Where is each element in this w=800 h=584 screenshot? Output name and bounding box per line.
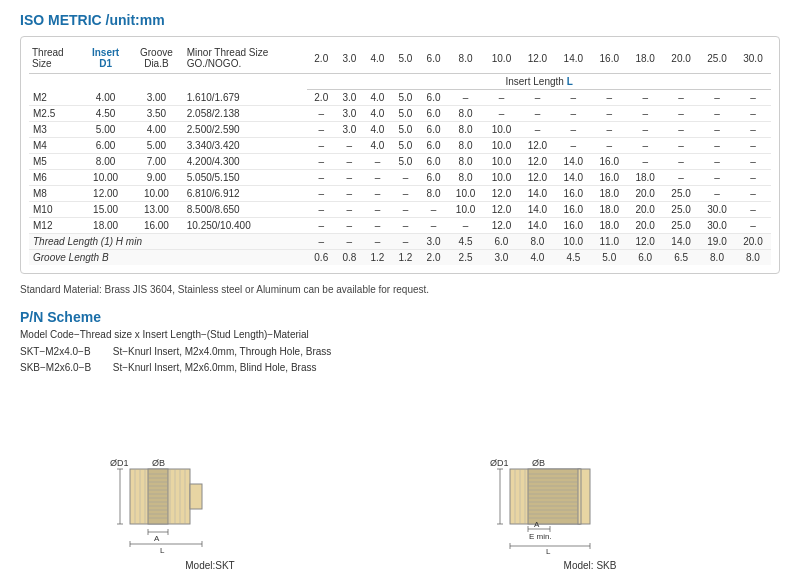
diagram-skt: ØD1 ØB <box>100 394 320 571</box>
minor-thread-cell: 2.058/2.138 <box>184 106 307 122</box>
length-val-cell: – <box>363 186 391 202</box>
thread-size-cell: M10 <box>29 202 82 218</box>
length-val-cell: – <box>663 170 699 186</box>
length-val-cell: 8.0 <box>448 154 484 170</box>
length-val-cell: 4.0 <box>363 122 391 138</box>
length-val-cell: 4.0 <box>519 250 555 266</box>
length-val-cell: 5.0 <box>391 138 419 154</box>
length-val-cell: – <box>307 170 335 186</box>
length-val-cell: – <box>735 90 771 106</box>
length-val-cell: 12.0 <box>627 234 663 250</box>
diagram-skb: ØD1 ØB <box>480 394 700 571</box>
length-val-cell: – <box>699 138 735 154</box>
length-val-cell: 5.0 <box>391 122 419 138</box>
length-val-cell: 8.0 <box>448 106 484 122</box>
length-val-cell: – <box>735 138 771 154</box>
length-val-cell: 10.0 <box>448 186 484 202</box>
groove-dia-cell: 5.00 <box>129 138 184 154</box>
length-val-cell: 4.5 <box>448 234 484 250</box>
skt-label: Model:SKT <box>185 560 234 571</box>
length-val-cell: – <box>735 106 771 122</box>
length-val-cell: 30.0 <box>699 202 735 218</box>
col-len-4: 4.0 <box>363 45 391 74</box>
thread-size-cell: M6 <box>29 170 82 186</box>
skt-label-ob: ØB <box>152 458 165 468</box>
length-val-cell: – <box>699 170 735 186</box>
length-val-cell: 8.0 <box>448 170 484 186</box>
length-val-cell: 10.0 <box>484 122 520 138</box>
length-val-cell: – <box>335 154 363 170</box>
pn-scheme-desc: Model Code−Thread size x Insert Length−(… <box>20 329 780 340</box>
col-len-5: 5.0 <box>391 45 419 74</box>
length-val-cell: 3.0 <box>335 106 363 122</box>
length-val-cell: – <box>363 154 391 170</box>
insert-d1-cell: 6.00 <box>82 138 129 154</box>
length-val-cell: – <box>627 90 663 106</box>
length-val-cell: – <box>627 106 663 122</box>
length-val-cell: – <box>335 186 363 202</box>
length-val-cell: 16.0 <box>555 202 591 218</box>
col-len-14: 14.0 <box>555 45 591 74</box>
length-val-cell: 6.0 <box>420 90 448 106</box>
length-val-cell: 6.0 <box>420 106 448 122</box>
thread-size-cell: M2.5 <box>29 106 82 122</box>
minor-thread-cell: 1.610/1.679 <box>184 90 307 106</box>
minor-thread-cell: 2.500/2.590 <box>184 122 307 138</box>
length-val-cell: 25.0 <box>663 202 699 218</box>
length-val-cell: – <box>420 218 448 234</box>
length-val-cell: 14.0 <box>519 218 555 234</box>
length-val-cell: – <box>335 138 363 154</box>
col-len-3: 3.0 <box>335 45 363 74</box>
length-val-cell: – <box>663 90 699 106</box>
length-val-cell: 6.0 <box>484 234 520 250</box>
length-val-cell: – <box>420 202 448 218</box>
length-val-cell: 10.0 <box>555 234 591 250</box>
length-val-cell: – <box>335 170 363 186</box>
length-val-cell: 20.0 <box>627 202 663 218</box>
length-val-cell: – <box>335 218 363 234</box>
thread-size-cell: M4 <box>29 138 82 154</box>
length-val-cell: – <box>663 106 699 122</box>
insert-d1-cell: 4.00 <box>82 90 129 106</box>
length-val-cell: – <box>307 106 335 122</box>
length-val-cell: 14.0 <box>519 202 555 218</box>
length-val-cell: – <box>699 90 735 106</box>
pn-desc-1: St−Knurl Insert, M2x4.0mm, Through Hole,… <box>113 346 332 357</box>
length-val-cell: 0.8 <box>335 250 363 266</box>
skb-label-ob: ØB <box>532 458 545 468</box>
length-val-cell: – <box>735 202 771 218</box>
length-val-cell: – <box>735 170 771 186</box>
skt-svg: ØD1 ØB <box>100 394 320 554</box>
length-val-cell: – <box>591 106 627 122</box>
thread-size-cell: M5 <box>29 154 82 170</box>
length-val-cell: 4.0 <box>363 90 391 106</box>
length-val-cell: 10.0 <box>484 138 520 154</box>
length-val-cell: 18.0 <box>591 186 627 202</box>
length-val-cell: – <box>307 202 335 218</box>
length-val-cell: 3.0 <box>335 122 363 138</box>
length-val-cell: 16.0 <box>591 170 627 186</box>
length-val-cell: 14.0 <box>519 186 555 202</box>
length-val-cell: 12.0 <box>484 202 520 218</box>
length-val-cell: 8.0 <box>448 138 484 154</box>
length-val-cell: – <box>555 90 591 106</box>
length-val-cell: 16.0 <box>555 186 591 202</box>
length-val-cell: – <box>363 234 391 250</box>
length-val-cell: – <box>391 186 419 202</box>
col-groove-dia: GrooveDia.B <box>129 45 184 74</box>
length-val-cell: 6.5 <box>663 250 699 266</box>
pn-code-2: SKB−M2x6.0−B <box>20 360 110 376</box>
groove-dia-cell: 3.00 <box>129 90 184 106</box>
pn-example-1: SKT−M2x4.0−B St−Knurl Insert, M2x4.0mm, … <box>20 344 780 360</box>
col-insert-d1: InsertD1 <box>82 45 129 74</box>
length-val-cell: – <box>735 122 771 138</box>
length-val-cell: – <box>699 122 735 138</box>
length-val-cell: 18.0 <box>591 202 627 218</box>
col-len-2: 2.0 <box>307 45 335 74</box>
skt-dim-a-label: A <box>154 534 160 543</box>
col-len-8: 8.0 <box>448 45 484 74</box>
pn-examples: SKT−M2x4.0−B St−Knurl Insert, M2x4.0mm, … <box>20 344 780 376</box>
length-val-cell: – <box>484 90 520 106</box>
insert-d1-cell: 12.00 <box>82 186 129 202</box>
length-val-cell: 6.0 <box>420 170 448 186</box>
